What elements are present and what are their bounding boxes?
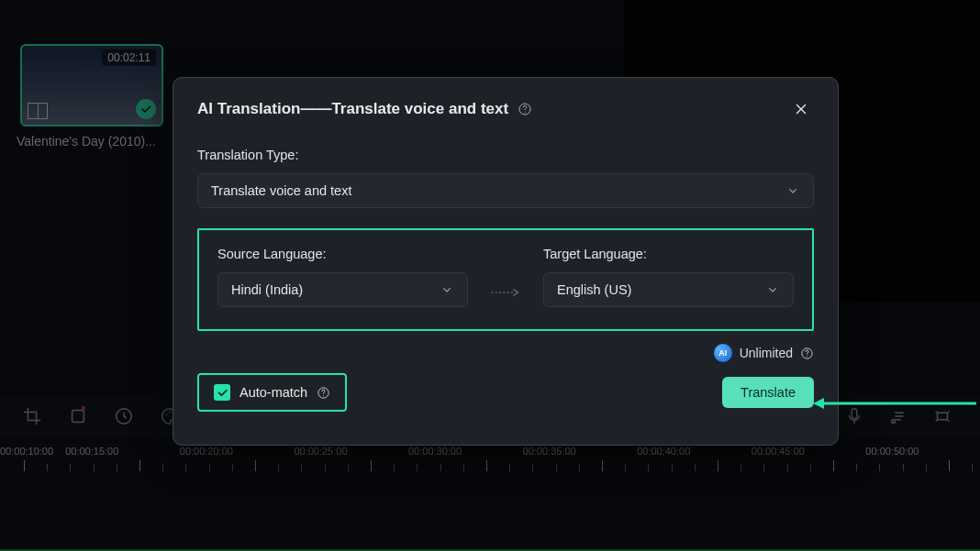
close-button[interactable]	[788, 96, 814, 122]
ai-translation-modal: AI Translation——Translate voice and text…	[173, 77, 839, 446]
target-language-select[interactable]: English (US)	[543, 272, 794, 307]
arrow-right-icon	[490, 287, 521, 298]
unlimited-label: Unlimited	[740, 346, 793, 360]
auto-match-checkbox[interactable]	[214, 384, 230, 401]
translate-button[interactable]: Translate	[722, 377, 814, 408]
auto-match-label: Auto-match	[239, 385, 307, 400]
source-language-select[interactable]: Hindi (India)	[217, 272, 468, 307]
modal-title: AI Translation——Translate voice and text	[197, 100, 508, 118]
language-selection-highlight: Source Language: Hindi (India) Target La…	[197, 228, 814, 331]
ai-badge-icon: AI	[714, 344, 732, 362]
help-icon[interactable]	[800, 347, 814, 360]
close-icon	[793, 101, 809, 117]
translation-type-value: Translate voice and text	[211, 183, 351, 198]
source-language-value: Hindi (India)	[231, 282, 303, 297]
auto-match-highlight: Auto-match	[197, 373, 347, 412]
translation-type-select[interactable]: Translate voice and text	[197, 173, 814, 208]
target-language-label: Target Language:	[543, 247, 794, 261]
help-icon[interactable]	[518, 102, 532, 116]
help-icon[interactable]	[317, 386, 330, 400]
source-language-label: Source Language:	[217, 247, 468, 261]
translation-type-label: Translation Type:	[197, 148, 814, 162]
target-language-value: English (US)	[557, 282, 631, 297]
chevron-down-icon	[785, 183, 800, 198]
chevron-down-icon	[765, 282, 780, 297]
chevron-down-icon	[440, 282, 454, 297]
